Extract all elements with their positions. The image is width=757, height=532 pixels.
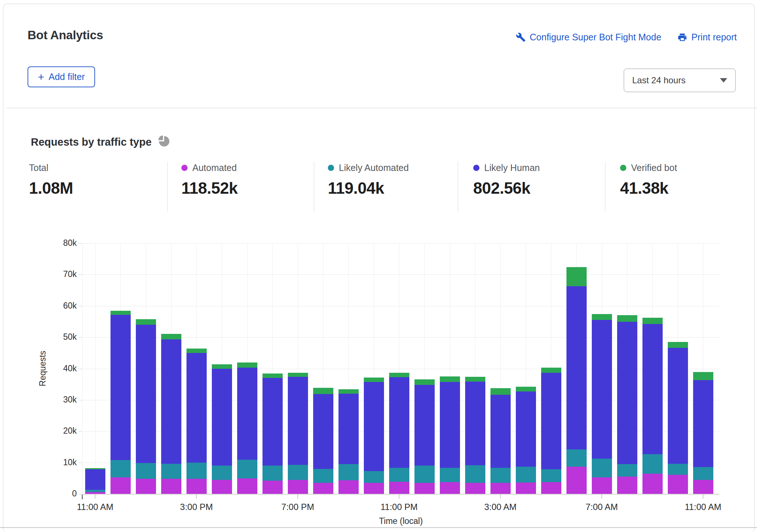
bar-segment-automated [237,478,257,494]
bar-3-00-pm[interactable] [186,349,207,494]
bar-segment-verified-bot [693,372,713,380]
x-tick-label: 11:00 AM [62,502,128,512]
y-tick-label: 50k [47,332,77,342]
bar-10-00-am[interactable] [668,342,688,494]
gridline-horizontal [82,274,720,275]
pie-chart-icon [157,135,170,150]
bar-9-00-am[interactable] [642,318,663,494]
bar-segment-automated [440,482,460,494]
wrench-icon [516,32,526,42]
y-axis-tick [79,337,82,338]
time-range-select[interactable]: Last 24 hours [624,69,736,92]
bar-segment-verified-bot [288,373,308,377]
bar-2-00-pm[interactable] [161,334,181,494]
bar-segment-likely-human [541,373,561,469]
bar-segment-automated [364,483,384,494]
y-axis-tick [79,306,82,306]
plus-icon: + [38,73,44,81]
verified-bot-legend-dot [620,165,626,171]
bar-3-00-am[interactable] [490,388,511,494]
bar-segment-automated [186,479,207,494]
bar-segment-automated [338,480,359,494]
print-report-link[interactable]: Print report [677,32,737,43]
bar-11-00-pm[interactable] [389,373,409,494]
gridline-vertical [95,243,95,494]
x-axis-tick [95,495,95,499]
bar-segment-automated [212,480,232,494]
bar-11-00-am[interactable] [693,372,713,494]
bar-segment-automated [592,477,612,494]
bar-segment-automated [85,492,105,494]
bar-12-00-pm[interactable] [111,311,131,494]
bar-segment-verified-bot [642,318,663,324]
bar-8-00-pm[interactable] [313,388,333,494]
bar-5-00-pm[interactable] [237,362,257,494]
bar-segment-verified-bot [111,311,131,315]
bar-segment-automated [262,481,283,494]
bar-segment-automated [541,482,561,494]
bar-7-00-am[interactable] [592,314,612,494]
bar-segment-likely-automated [414,466,435,483]
x-tick-label: 11:00 AM [670,502,736,512]
bar-segment-verified-bot [389,373,409,377]
section-title: Requests by traffic type [31,135,170,150]
print-link-label: Print report [691,32,737,43]
bar-segment-verified-bot [592,314,612,320]
stat-automated: Automated 118.52k [181,163,238,197]
bar-segment-likely-automated [389,468,409,482]
bar-6-00-pm[interactable] [262,374,283,494]
bar-segment-likely-human [237,368,257,460]
stat-likely-human-label: Likely Human [484,163,540,173]
bar-segment-verified-bot [566,267,587,286]
bar-2-00-am[interactable] [465,377,485,494]
bar-5-00-am[interactable] [541,368,561,494]
y-axis-title: Requests [38,345,48,393]
bar-segment-likely-human [693,380,713,467]
add-filter-label: Add filter [49,72,85,81]
bar-6-00-am[interactable] [566,267,587,494]
bar-10-00-pm[interactable] [364,378,384,494]
bar-segment-likely-human [85,469,105,489]
x-tick-label: 3:00 PM [163,502,229,512]
bar-segment-likely-automated [186,463,207,479]
bar-12-00-am[interactable] [414,379,435,494]
bar-segment-likely-human [490,395,511,468]
bar-8-00-am[interactable] [617,315,637,494]
bar-segment-likely-human [389,377,409,468]
bar-11-00-am[interactable] [85,468,105,494]
bar-4-00-am[interactable] [516,387,536,494]
add-filter-button[interactable]: + Add filter [28,66,95,87]
gridline-horizontal [82,306,720,306]
bar-1-00-am[interactable] [440,376,460,494]
bar-segment-likely-human [465,382,485,465]
bar-segment-likely-automated [338,464,359,480]
bottom-divider [0,527,757,528]
automated-legend-dot [181,165,188,171]
stat-likely-human-value: 802.56k [473,179,540,197]
bar-segment-likely-automated [288,465,308,480]
stat-verified-bot-value: 41.38k [620,179,677,197]
y-tick-label: 10k [47,458,77,467]
bar-segment-automated [617,477,637,494]
bar-segment-verified-bot [516,387,536,391]
bar-9-00-pm[interactable] [338,389,359,494]
bar-segment-verified-bot [161,334,181,339]
bar-segment-automated [313,483,333,494]
stat-automated-label: Automated [192,163,237,173]
stat-likely-automated-label: Likely Automated [339,163,409,173]
chevron-down-icon [720,78,727,83]
x-axis-tick [297,495,298,499]
bar-segment-automated [693,480,713,494]
gridline-horizontal [82,243,720,244]
bar-segment-likely-human [262,378,283,466]
bar-4-00-pm[interactable] [212,364,232,494]
configure-super-bot-fight-mode-link[interactable]: Configure Super Bot Fight Mode [516,32,662,43]
bar-1-00-pm[interactable] [136,319,156,494]
bar-segment-likely-human [414,385,435,466]
bar-segment-likely-human [642,324,663,454]
bar-segment-likely-automated [212,466,232,480]
bar-7-00-pm[interactable] [288,373,308,494]
bar-segment-likely-automated [668,464,688,475]
page-title: Bot Analytics [28,28,103,42]
y-axis-tick [79,369,82,369]
